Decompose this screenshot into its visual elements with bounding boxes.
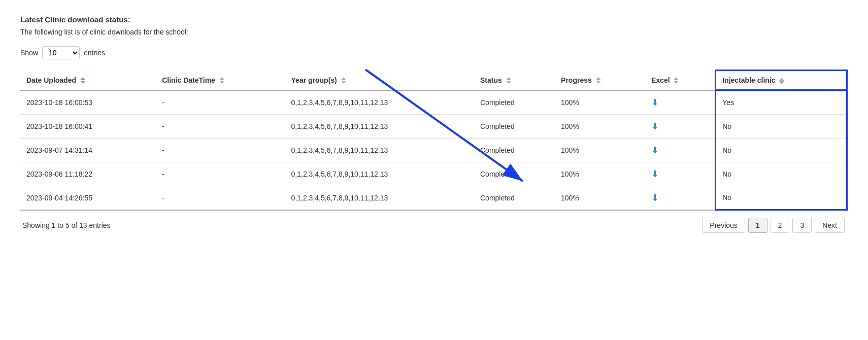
cell-year-groups: 0,1,2,3,4,5,6,7,8,9,10,11,12,13 (285, 162, 474, 186)
cell-date: 2023-09-06 11:18:22 (20, 162, 156, 186)
entries-select[interactable]: 10 25 50 100 (42, 46, 80, 59)
cell-excel[interactable]: ⬇ (645, 186, 716, 210)
showing-text: Showing 1 to 5 of 13 entries (22, 221, 111, 229)
cell-excel[interactable]: ⬇ (645, 162, 716, 186)
table-row: 2023-09-04 14:26:55 - 0,1,2,3,4,5,6,7,8,… (20, 186, 847, 210)
cell-year-groups: 0,1,2,3,4,5,6,7,8,9,10,11,12,13 (285, 186, 474, 210)
cell-excel[interactable]: ⬇ (645, 138, 716, 162)
show-label: Show (20, 49, 38, 57)
cell-year-groups: 0,1,2,3,4,5,6,7,8,9,10,11,12,13 (285, 90, 474, 115)
download-icon[interactable]: ⬇ (651, 145, 659, 156)
cell-date: 2023-10-18 16:00:41 (20, 114, 156, 138)
table-row: 2023-10-18 16:00:41 - 0,1,2,3,4,5,6,7,8,… (20, 114, 847, 138)
table-row: 2023-09-07 14:31:14 - 0,1,2,3,4,5,6,7,8,… (20, 138, 847, 162)
previous-button[interactable]: Previous (702, 218, 745, 233)
cell-status: Completed (474, 186, 555, 210)
cell-injectable: Yes (716, 90, 847, 115)
table-row: 2023-10-18 16:00:53 - 0,1,2,3,4,5,6,7,8,… (20, 90, 847, 115)
cell-progress: 100% (555, 90, 645, 115)
cell-injectable: No (716, 186, 847, 210)
cell-progress: 100% (555, 186, 645, 210)
download-icon[interactable]: ⬇ (651, 192, 659, 203)
pagination-controls: Previous 1 2 3 Next (701, 218, 846, 233)
table-row: 2023-09-06 11:18:22 - 0,1,2,3,4,5,6,7,8,… (20, 162, 847, 186)
col-excel[interactable]: Excel (645, 71, 716, 90)
cell-date: 2023-10-18 16:00:53 (20, 90, 156, 115)
cell-excel[interactable]: ⬇ (645, 90, 716, 115)
cell-date: 2023-09-07 14:31:14 (20, 138, 156, 162)
col-date-uploaded[interactable]: Date Uploaded (20, 71, 156, 90)
col-injectable-clinic[interactable]: Injectable clinic (716, 71, 847, 90)
page-title: Latest Clinic download status: (20, 15, 848, 24)
cell-clinic-dt: - (156, 90, 285, 115)
cell-injectable: No (716, 114, 847, 138)
cell-status: Completed (474, 138, 555, 162)
page-1-button[interactable]: 1 (748, 218, 767, 233)
page-3-button[interactable]: 3 (792, 218, 812, 233)
cell-status: Completed (474, 162, 555, 186)
cell-injectable: No (716, 162, 847, 186)
page-2-button[interactable]: 2 (771, 218, 790, 233)
cell-progress: 100% (555, 138, 645, 162)
cell-year-groups: 0,1,2,3,4,5,6,7,8,9,10,11,12,13 (285, 114, 474, 138)
cell-progress: 100% (555, 162, 645, 186)
cell-clinic-dt: - (156, 162, 285, 186)
entries-label: entries (84, 49, 105, 57)
cell-year-groups: 0,1,2,3,4,5,6,7,8,9,10,11,12,13 (285, 138, 474, 162)
cell-excel[interactable]: ⬇ (645, 114, 716, 138)
col-year-groups[interactable]: Year group(s) (285, 71, 474, 90)
cell-status: Completed (474, 90, 555, 115)
cell-progress: 100% (555, 114, 645, 138)
download-icon[interactable]: ⬇ (651, 97, 659, 108)
cell-status: Completed (474, 114, 555, 138)
next-button[interactable]: Next (815, 218, 845, 233)
cell-clinic-dt: - (156, 186, 285, 210)
cell-clinic-dt: - (156, 114, 285, 138)
download-icon[interactable]: ⬇ (651, 121, 659, 132)
col-clinic-datetime[interactable]: Clinic DateTime (156, 71, 285, 90)
cell-injectable: No (716, 138, 847, 162)
page-subtitle: The following list is of clinic download… (20, 28, 848, 36)
cell-date: 2023-09-04 14:26:55 (20, 186, 156, 210)
cell-clinic-dt: - (156, 138, 285, 162)
download-icon[interactable]: ⬇ (651, 168, 659, 180)
col-progress[interactable]: Progress (555, 71, 645, 90)
col-status[interactable]: Status (474, 71, 555, 90)
